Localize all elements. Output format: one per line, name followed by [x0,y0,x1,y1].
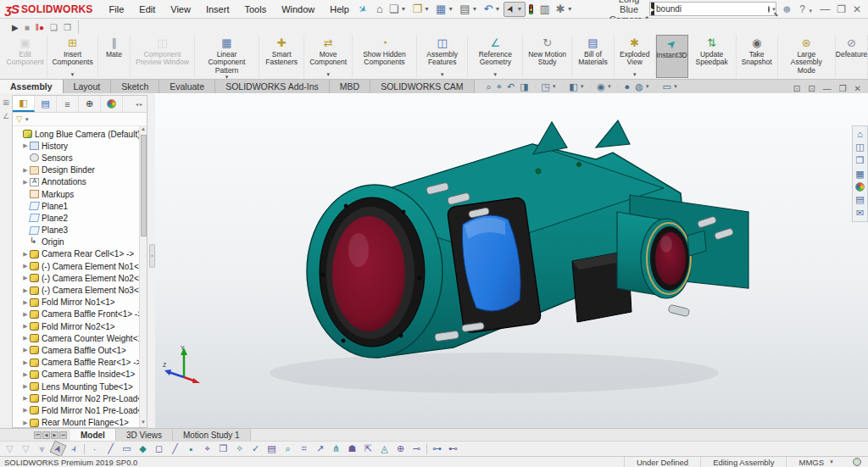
file-explorer-icon[interactable]: ❐ [856,155,865,166]
search-box[interactable]: ▸ ▼ [649,2,776,16]
mate-button[interactable]: ∥Mate [98,35,131,78]
save-button[interactable]: ▦▼ [433,2,456,17]
dropdown-icon[interactable]: ▼ [645,84,650,89]
tree-item[interactable]: ▶Fold Mirror No1<1> [14,297,147,309]
tree-item[interactable]: ▶Lens Mounting Tube<1> [14,381,147,392]
filter-dowel-pins-icon[interactable]: ⊸ [410,443,423,454]
tree-item[interactable]: ▶Camera Baffle Inside<1> [14,369,147,381]
filter-coordinate-systems-icon[interactable]: ✓ [249,443,262,454]
display-style-icon[interactable]: ◧ [569,81,577,92]
panel-splitter[interactable] [149,244,155,268]
expand-arrow-icon[interactable]: ▶ [21,142,30,149]
search-icon[interactable] [768,6,770,13]
last-tab-button[interactable]: ⏭ [59,431,67,439]
status-units[interactable]: MMGS▼ [786,457,846,467]
tree-item[interactable]: Plane3 [14,225,147,236]
filter-annotations-notes-icon[interactable]: ⌗ [298,443,310,454]
insert-components-button[interactable]: ⊞Insert Components▼ [47,35,98,78]
select-cursor-button[interactable]: ➤▼ [504,2,526,17]
zoom-to-area-icon[interactable]: ⌖ [497,81,502,92]
appearances-icon[interactable] [855,182,865,192]
tree-item[interactable]: ▶Camera Baffle Out<1> [14,344,147,356]
filter-solid-bodies-icon[interactable]: ▭ [120,443,133,454]
restore-button[interactable]: ❐ [839,84,847,93]
tree-item[interactable]: ▶Design Binder [14,164,147,176]
expand-arrow-icon[interactable]: ▶ [21,167,30,174]
camera-assembly-model[interactable] [155,93,868,428]
tree-item[interactable]: ▶Rear Mount Flange<1> [14,417,147,428]
apply-scene-icon[interactable]: ◍ [635,81,643,92]
menu-tools[interactable]: Tools [236,0,274,18]
filter-edges-icon[interactable]: ╱ [169,443,181,454]
home-button[interactable]: ⌂ [374,2,386,17]
assembly-visualization-icon[interactable]: ⊞ [0,98,12,107]
expand-arrow-icon[interactable]: ▶ [21,347,30,353]
expand-arrow-icon[interactable]: ▶ [21,179,30,186]
new-document-button[interactable]: ❏▼ [387,2,409,17]
forum-icon[interactable]: ✉ [856,208,864,219]
dropdown-icon[interactable]: ▼ [607,84,612,89]
tree-item[interactable]: Markups [14,188,147,200]
search-input[interactable] [656,4,768,14]
tree-item[interactable]: ▶Camera Counter Weight<1> [14,332,147,344]
filter-routing-points-icon[interactable]: ⊷ [447,443,459,454]
dropdown-icon[interactable]: ▼ [492,72,498,78]
dropdown-icon[interactable]: ▼ [632,72,637,78]
tree-item[interactable]: Plane2 [14,212,147,224]
defeature-button[interactable]: ⊘Defeature [836,35,868,78]
tab-mbd[interactable]: MBD [330,80,370,93]
custom-properties-icon[interactable]: ▤ [855,194,864,205]
zoom-to-fit-icon[interactable]: ⌕ [487,81,492,92]
expand-arrow-icon[interactable]: ▶ [21,407,30,414]
filter-sketch-segments-icon[interactable]: ╱ [104,443,117,454]
doc-prev-button[interactable]: ⊡ [793,84,800,93]
filter-icon[interactable]: ▽ [16,114,23,124]
filter-balloons-icon[interactable]: ↗ [314,443,326,454]
expand-arrow-icon[interactable]: ▶ [21,420,30,426]
tree-item[interactable]: ▶Fold Mirror No2<1> [14,320,147,332]
tree-item[interactable]: ▶History [14,140,147,152]
filter-cosmetic-threads-icon[interactable]: ⊕ [394,443,407,454]
select-icon[interactable]: ➤ [50,441,67,458]
expand-arrow-icon[interactable]: ▶ [21,263,30,270]
section-view-icon[interactable]: ◨ [520,81,528,92]
stop-macro-icon[interactable]: ■ [25,23,30,32]
minimize-button[interactable]: — [823,84,832,93]
expand-arrow-icon[interactable]: ▶ [21,311,30,318]
filter-surface-bodies-icon[interactable]: ◆ [136,443,149,454]
menu-help[interactable]: Help [322,0,357,18]
tree-item[interactable]: ▶Camera Rear Cell<1> -> [14,248,147,260]
expand-arrow-icon[interactable]: ▶ [21,299,30,306]
hide-show-items-icon[interactable]: ◉ [597,81,605,92]
smart-fasteners-button[interactable]: ✚Smart Fasteners [259,35,304,78]
file-properties-button[interactable]: ▥ [537,2,552,17]
configurationmanager-tab[interactable]: ≡ [57,96,79,112]
home-icon[interactable]: ⌂ [857,129,863,139]
print-button[interactable]: ▤▼ [457,2,480,17]
dropdown-icon[interactable]: ▼ [567,6,573,12]
filter-planes-icon[interactable]: ❐ [217,443,230,454]
graphics-viewport[interactable]: Y Z ⌂◫❐▦▤✉ [155,93,868,428]
expand-arrow-icon[interactable]: ▶ [21,371,30,378]
expand-arrow-icon[interactable]: ▶ [21,359,30,366]
filter-frame-icon[interactable]: ◻ [153,443,165,454]
tab-solidworks-cam[interactable]: SOLIDWORKS CAM [370,80,474,93]
dropdown-icon[interactable]: ▼ [472,6,478,12]
filter-sketch-points-icon[interactable]: · [88,444,101,454]
filter-dropdown-icon[interactable]: ▼ [25,117,30,122]
expand-arrow-icon[interactable]: ▶ [21,395,30,402]
open-button[interactable]: ❐▼ [409,2,432,17]
tab-sketch[interactable]: Sketch [111,80,159,93]
tree-item[interactable]: Origin [14,236,147,248]
pause-record-macro-icon[interactable]: ‖● [36,23,44,32]
show-hidden-components-button[interactable]: ◔Show Hidden Components [353,35,417,78]
bill-of-materials-button[interactable]: ▤Bill of Materials [572,35,615,78]
tab-layout[interactable]: Layout [64,80,112,93]
view-palette-icon[interactable]: ▦ [855,169,864,180]
filter-origins-icon[interactable]: ✧ [233,443,246,454]
scroll-down-icon[interactable]: ▼ [140,420,147,427]
tree-item[interactable]: ▶Fold Mirror No2 Pre-Load<1> [14,392,147,404]
menu-view[interactable]: View [163,0,198,18]
search-dropdown-icon[interactable]: ▼ [771,7,776,12]
linear-component-pattern-button[interactable]: ▦Linear Component Pattern▼ [195,35,259,78]
